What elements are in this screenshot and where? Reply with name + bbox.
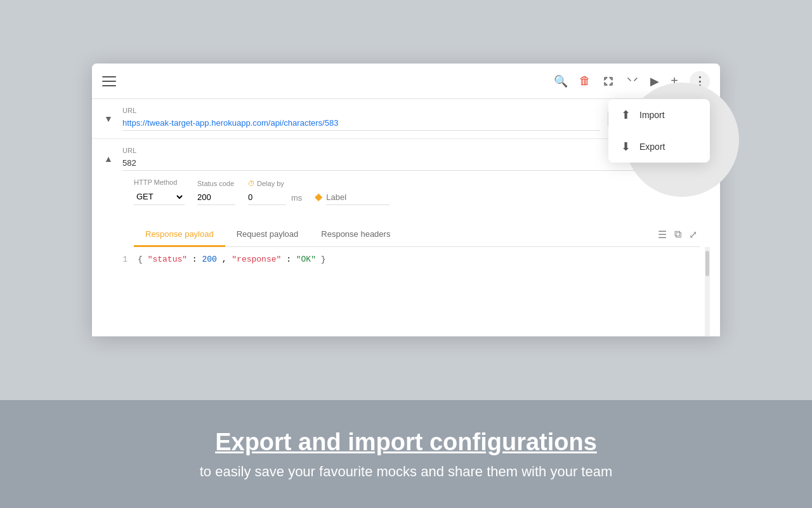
app-window: 🔍 🗑 bbox=[92, 64, 720, 337]
bottom-title: Export and import configurations bbox=[215, 429, 597, 456]
status-code-field: Status code bbox=[197, 180, 235, 205]
json-value-ok: "OK" bbox=[296, 255, 316, 264]
delete-icon[interactable]: 🗑 bbox=[579, 74, 591, 88]
dropdown-menu: ⬆ Import ⬇ Export bbox=[608, 99, 710, 163]
tab-response-payload[interactable]: Response payload bbox=[134, 223, 225, 247]
ms-label: ms bbox=[291, 193, 302, 205]
http-method-select[interactable]: GET POST PUT DELETE bbox=[134, 189, 185, 205]
copy-icon[interactable]: ⧉ bbox=[674, 229, 681, 241]
import-menu-item[interactable]: ⬆ Import bbox=[608, 99, 710, 131]
json-key-status: "status" bbox=[148, 255, 187, 264]
export-icon: ⬇ bbox=[621, 140, 631, 154]
config-section: HTTP Method GET POST PUT DELETE Status c… bbox=[102, 171, 710, 223]
import-icon: ⬆ bbox=[621, 108, 631, 122]
delay-label: ⏱ Delay by bbox=[248, 180, 302, 187]
tabs-header: Response payload Request payload Respons… bbox=[134, 223, 700, 247]
url-row-2: ▲ URL ⋮ GET HTTP Method bbox=[92, 139, 720, 337]
toolbar: 🔍 🗑 bbox=[92, 64, 720, 99]
brace-close: } bbox=[321, 255, 326, 264]
tabs-section: Response payload Request payload Respons… bbox=[102, 223, 710, 247]
url-input-2[interactable] bbox=[122, 156, 642, 171]
diamond-icon: ◆ bbox=[315, 190, 322, 205]
line-number-1: 1 bbox=[112, 255, 138, 328]
url-field-2: URL bbox=[122, 147, 642, 171]
json-value-200: 200 bbox=[202, 255, 216, 264]
json-colon2: : bbox=[286, 255, 296, 264]
play-icon[interactable]: ▶ bbox=[650, 74, 659, 88]
url-label-2: URL bbox=[122, 147, 642, 154]
label-field: ◆ bbox=[315, 190, 390, 205]
bottom-subtitle: to easily save your favourite mocks and … bbox=[200, 464, 613, 480]
url-input-1[interactable] bbox=[122, 116, 600, 131]
json-key-response: "response" bbox=[232, 255, 281, 264]
brace-open: { bbox=[138, 255, 143, 264]
clock-icon: ⏱ bbox=[248, 180, 255, 187]
tab-actions: ☰ ⧉ ⤢ bbox=[658, 229, 700, 241]
expand-icon[interactable] bbox=[602, 75, 615, 88]
json-colon: : bbox=[192, 255, 202, 264]
code-line-1: { "status" : 200 , "response" : "OK" } bbox=[138, 255, 710, 328]
json-comma: , bbox=[222, 255, 232, 264]
url-field-1: URL bbox=[122, 107, 600, 131]
chevron-down-icon[interactable]: ▼ bbox=[102, 114, 115, 124]
delay-field: ⏱ Delay by ms bbox=[248, 180, 302, 205]
url-label-1: URL bbox=[122, 107, 600, 114]
label-input[interactable] bbox=[326, 190, 390, 205]
export-label: Export bbox=[639, 142, 665, 152]
collapse-icon[interactable] bbox=[626, 75, 639, 88]
status-code-label: Status code bbox=[197, 180, 235, 187]
scrollbar[interactable] bbox=[705, 247, 710, 336]
tab-request-payload[interactable]: Request payload bbox=[225, 223, 310, 247]
import-label: Import bbox=[639, 110, 665, 120]
config-row: HTTP Method GET POST PUT DELETE Status c… bbox=[134, 178, 700, 205]
export-menu-item[interactable]: ⬇ Export bbox=[608, 131, 710, 163]
bottom-section: Export and import configurations to easi… bbox=[0, 400, 812, 508]
scrollbar-thumb[interactable] bbox=[705, 251, 709, 276]
align-icon[interactable]: ☰ bbox=[658, 229, 667, 241]
menu-icon[interactable] bbox=[102, 76, 116, 86]
search-icon[interactable]: 🔍 bbox=[554, 74, 568, 88]
delay-row: ms bbox=[248, 190, 302, 205]
fullscreen-icon[interactable]: ⤢ bbox=[689, 229, 697, 241]
tab-response-headers[interactable]: Response headers bbox=[310, 223, 402, 247]
http-method-field: HTTP Method GET POST PUT DELETE bbox=[134, 178, 185, 205]
delay-input[interactable] bbox=[248, 190, 286, 205]
chevron-up-icon[interactable]: ▲ bbox=[102, 154, 115, 164]
http-method-label: HTTP Method bbox=[134, 178, 185, 186]
status-code-input[interactable] bbox=[197, 190, 235, 205]
code-editor[interactable]: 1 { "status" : 200 , "response" : "OK" bbox=[102, 247, 710, 336]
